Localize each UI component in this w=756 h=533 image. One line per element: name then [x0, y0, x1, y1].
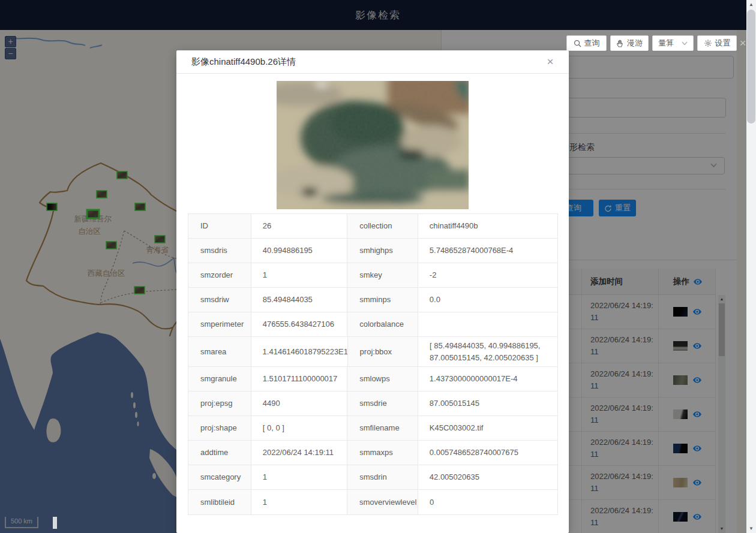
- page-scrollbar-thumb[interactable]: [747, 10, 755, 124]
- detail-value: 1: [251, 263, 347, 287]
- hand-icon: [616, 39, 624, 47]
- detail-value: 42.005020635: [418, 465, 557, 489]
- detail-value: 1.4373000000000017E-4: [418, 367, 557, 391]
- detail-key: smhighps: [347, 239, 418, 263]
- toolbar-settings-label: 设置: [715, 38, 731, 49]
- detail-value: [418, 312, 557, 336]
- detail-value: 40.994886195: [251, 239, 347, 263]
- detail-row: smsdris 40.994886195 smhighps 5.74865287…: [188, 239, 557, 263]
- detail-key: smmaxps: [347, 441, 418, 465]
- toolbar-query-button[interactable]: 查询: [566, 35, 607, 51]
- detail-value: 4490: [251, 392, 347, 415]
- detail-value: 0.0: [418, 288, 557, 312]
- chevron-down-icon: [682, 41, 688, 46]
- detail-value: 0: [418, 490, 557, 514]
- detail-key: ID: [188, 214, 251, 238]
- detail-key: smminps: [347, 288, 418, 312]
- detail-value: 1: [251, 465, 347, 489]
- toolbar-measure-label: 量算: [658, 38, 674, 49]
- detail-value: [ 85.494844035, 40.994886195, 87.0050151…: [418, 337, 557, 366]
- detail-value: 26: [251, 214, 347, 238]
- detail-key: smoverviewlevel: [347, 490, 418, 514]
- search-icon: [574, 40, 581, 47]
- detail-row: proj:epsg 4490 smsdrie 87.005015145: [188, 392, 557, 416]
- detail-key: proj:shape: [188, 416, 251, 440]
- detail-key: proj:bbox: [347, 337, 418, 366]
- detail-value: 85.494844035: [251, 288, 347, 312]
- detail-value: 5.748652874000768E-4: [418, 239, 557, 263]
- detail-table: ID 26 collection chinatiff4490b smsdris …: [188, 213, 558, 515]
- detail-row: addtime 2022/06/24 14:19:11 smmaxps 0.00…: [188, 441, 557, 465]
- detail-key: smcategory: [188, 465, 251, 489]
- detail-row: smzorder 1 smkey -2: [188, 263, 557, 288]
- detail-value: 0.0057486528740007675: [418, 441, 557, 465]
- detail-row: ID 26 collection chinatiff4490b: [188, 214, 557, 239]
- detail-row: smperimeter 476555.6438427106 colorbalan…: [188, 312, 557, 337]
- detail-key: smfilename: [347, 416, 418, 440]
- modal-close-button[interactable]: ×: [542, 54, 558, 70]
- toolbar-query-label: 查询: [584, 38, 600, 49]
- satellite-preview-image: [277, 81, 469, 209]
- gear-icon: [704, 39, 712, 47]
- detail-key: collection: [347, 214, 418, 238]
- detail-value: -2: [418, 263, 557, 287]
- detail-value: 2022/06/24 14:19:11: [251, 441, 347, 465]
- page-scroll-down-arrow[interactable]: ▼: [746, 526, 756, 531]
- detail-value: 1: [251, 490, 347, 514]
- detail-value: [ 0, 0 ]: [251, 416, 347, 440]
- detail-key: smsdris: [188, 239, 251, 263]
- detail-key: smgranule: [188, 367, 251, 391]
- detail-row: smlibtileid 1 smoverviewlevel 0: [188, 490, 557, 514]
- detail-row: smcategory 1 smsdrin 42.005020635: [188, 465, 557, 490]
- detail-key: addtime: [188, 441, 251, 465]
- detail-key: smkey: [347, 263, 418, 287]
- detail-row: smsdriw 85.494844035 smminps 0.0: [188, 288, 557, 312]
- detail-key: smsdriw: [188, 288, 251, 312]
- detail-value: 87.005015145: [418, 392, 557, 415]
- detail-value: 1.5101711100000017: [251, 367, 347, 391]
- detail-key: smlibtileid: [188, 490, 251, 514]
- toolbar-roam-label: 漫游: [627, 38, 643, 49]
- detail-key: smsdrin: [347, 465, 418, 489]
- detail-key: proj:epsg: [188, 392, 251, 415]
- detail-value: 476555.6438427106: [251, 312, 347, 336]
- detail-row: proj:shape [ 0, 0 ] smfilename K45C00300…: [188, 416, 557, 441]
- detail-key: smarea: [188, 337, 251, 366]
- detail-row: smgranule 1.5101711100000017 smlowps 1.4…: [188, 367, 557, 392]
- detail-row: smarea 1.4146146018795223E10 proj:bbox […: [188, 337, 557, 367]
- map-attribution-divider: [53, 517, 57, 529]
- detail-value: 1.4146146018795223E10: [251, 337, 347, 366]
- modal-title: 影像chinatiff4490b.26详情: [191, 56, 296, 68]
- toolbar-measure-select[interactable]: 量算: [652, 35, 694, 51]
- detail-key: colorbalance: [347, 312, 418, 336]
- detail-value: K45C003002.tif: [418, 416, 557, 440]
- detail-key: smlowps: [347, 367, 418, 391]
- page-scrollbar[interactable]: ▲ ▼: [746, 0, 756, 533]
- detail-key: smzorder: [188, 263, 251, 287]
- modal-header: 影像chinatiff4490b.26详情: [176, 50, 569, 74]
- toolbar-settings-button[interactable]: 设置: [697, 35, 737, 51]
- detail-key: smsdrie: [347, 392, 418, 415]
- page-scroll-up-arrow[interactable]: ▲: [746, 2, 756, 7]
- image-detail-modal: 影像chinatiff4490b.26详情 × ID 26: [176, 50, 569, 533]
- toolbar-roam-button[interactable]: 漫游: [610, 35, 649, 51]
- detail-value: chinatiff4490b: [418, 214, 557, 238]
- detail-key: smperimeter: [188, 312, 251, 336]
